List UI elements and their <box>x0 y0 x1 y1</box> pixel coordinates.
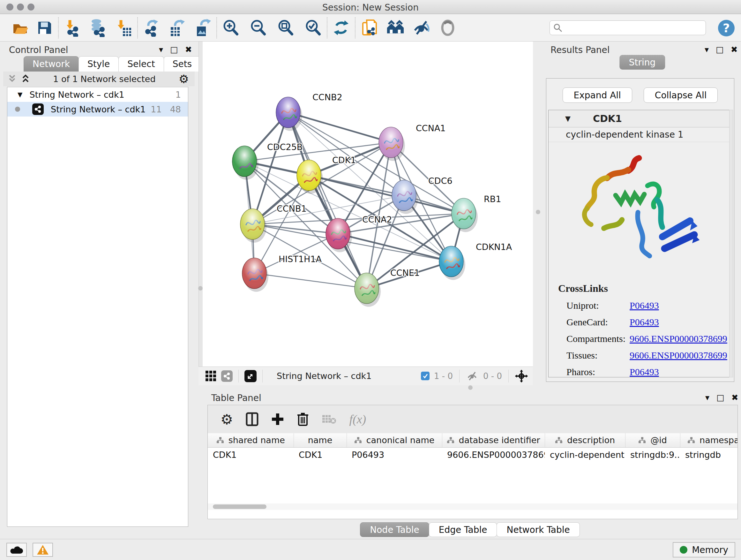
zoom-out-button[interactable] <box>249 18 267 37</box>
node-CCNB2[interactable] <box>276 97 302 131</box>
crosslink-link[interactable]: P06493 <box>630 367 659 377</box>
export-table-button[interactable] <box>168 18 186 37</box>
entry-expander-icon[interactable]: ▼ <box>565 115 570 123</box>
splitter-knob[interactable] <box>198 286 203 291</box>
table-hscrollbar[interactable] <box>208 503 738 510</box>
panel-float-icon[interactable]: □ <box>716 45 724 54</box>
splitter-knob[interactable] <box>536 210 540 214</box>
open-in-browser-icon[interactable] <box>245 370 257 382</box>
panel-menu-icon[interactable]: ▾ <box>159 45 163 54</box>
hide-selected-button[interactable] <box>412 18 431 37</box>
column-header--id[interactable]: @id <box>625 433 680 447</box>
panel-float-icon[interactable]: □ <box>170 45 178 54</box>
warnings-button[interactable] <box>32 543 53 557</box>
show-columns-icon[interactable] <box>246 412 259 426</box>
table-cell[interactable]: CDK1 <box>293 447 347 462</box>
selected-checkbox-icon[interactable] <box>421 372 429 380</box>
crosslink-link[interactable]: P06493 <box>630 317 659 327</box>
panel-close-icon[interactable]: ✖ <box>731 393 738 401</box>
table-cell[interactable]: stringdb:9... <box>625 447 680 462</box>
export-image-button[interactable] <box>193 18 212 37</box>
table-cell[interactable]: P06493 <box>347 447 442 462</box>
crosslink-link[interactable]: 9606.ENSP00000378699 <box>630 333 727 344</box>
crosslink-link[interactable]: P06493 <box>630 300 659 311</box>
column-header-name[interactable]: name <box>293 433 347 447</box>
node-RB1[interactable] <box>452 198 478 232</box>
expand-all-button[interactable]: Expand All <box>562 87 632 103</box>
birds-eye-grid-icon[interactable] <box>205 371 216 381</box>
save-session-button[interactable] <box>35 18 54 37</box>
tab-node-table[interactable]: Node Table <box>360 522 429 537</box>
column-header-description[interactable]: description <box>545 433 625 447</box>
import-table-button[interactable] <box>114 18 133 37</box>
bottom-splitter[interactable] <box>199 385 741 390</box>
table-cell[interactable]: cyclin-dependent ... <box>545 447 625 462</box>
string-query-button[interactable] <box>386 18 405 37</box>
zoom-selected-button[interactable] <box>304 18 322 37</box>
import-network-file-button[interactable] <box>63 18 82 37</box>
column-header-shared-name[interactable]: shared name <box>208 433 293 447</box>
column-header-namespace[interactable]: namespace <box>680 433 738 447</box>
network-options-gear-icon[interactable]: ⚙ <box>179 72 189 85</box>
network-collection-row[interactable]: ▼ String Network – cdk1 1 <box>7 87 188 102</box>
network-row[interactable]: String Network – cdk1 11 48 <box>7 102 188 117</box>
entry-header[interactable]: ▼ CDK1 <box>549 110 729 127</box>
node-CCNA2[interactable] <box>326 219 352 252</box>
left-splitter[interactable] <box>199 42 203 385</box>
clone-network-button[interactable] <box>360 18 379 37</box>
delete-column-icon[interactable] <box>297 412 309 427</box>
panel-menu-icon[interactable]: ▾ <box>704 45 709 54</box>
panel-float-icon[interactable]: □ <box>717 393 724 401</box>
tab-sets[interactable]: Sets <box>164 56 201 71</box>
expand-all-icon[interactable] <box>21 74 30 84</box>
zoom-fit-button[interactable] <box>276 18 295 37</box>
network-canvas[interactable]: CCNB2CCNA1CDC25BCDK1CDC6RB1CCNB1CCNA2CDK… <box>203 42 533 367</box>
string-badge-icon[interactable] <box>221 370 232 382</box>
add-column-icon[interactable] <box>271 413 284 426</box>
table-cell[interactable]: CDK1 <box>208 447 293 462</box>
results-scrollbar[interactable] <box>729 110 733 377</box>
memory-button[interactable]: Memory <box>673 542 735 557</box>
edge-HIST1H1A-CCNE1[interactable] <box>254 273 367 288</box>
zoom-in-button[interactable] <box>221 18 240 37</box>
splitter-knob[interactable] <box>468 385 473 390</box>
cloud-status-button[interactable] <box>6 543 27 557</box>
panel-menu-icon[interactable]: ▾ <box>705 393 710 401</box>
tab-style[interactable]: Style <box>78 56 119 71</box>
search-field[interactable] <box>549 20 706 35</box>
panel-close-icon[interactable]: ✖ <box>731 45 738 54</box>
help-button[interactable]: ? <box>718 20 735 37</box>
tab-select[interactable]: Select <box>118 56 164 71</box>
node-CCNE1[interactable] <box>354 273 381 307</box>
table-cell[interactable]: 9606.ENSP00000378699 <box>442 447 545 462</box>
export-network-button[interactable] <box>142 18 161 37</box>
import-network-database-button[interactable] <box>89 18 107 37</box>
open-session-button[interactable] <box>11 18 29 37</box>
search-input[interactable] <box>562 23 697 33</box>
crosslink-link[interactable]: 9606.ENSP00000378699 <box>630 350 727 361</box>
edge-CCNB2-CCNA1[interactable] <box>288 112 391 142</box>
tab-network-table[interactable]: Network Table <box>496 522 580 537</box>
column-header-database-identifier[interactable]: database identifier <box>442 433 545 447</box>
hidden-eye-icon[interactable] <box>466 371 479 381</box>
collapse-all-icon[interactable] <box>8 74 17 84</box>
show-all-button[interactable] <box>439 18 457 37</box>
column-header-canonical-name[interactable]: canonical name <box>347 433 442 447</box>
tab-network[interactable]: Network <box>23 56 79 71</box>
right-splitter[interactable] <box>533 42 543 385</box>
tab-string[interactable]: String <box>619 55 665 70</box>
fit-content-crosshair-icon[interactable] <box>515 370 528 382</box>
tab-edge-table[interactable]: Edge Table <box>429 522 497 537</box>
tree-expander-icon[interactable]: ▼ <box>17 91 22 98</box>
scrollbar-thumb[interactable] <box>213 504 266 509</box>
table-options-gear-icon[interactable]: ⚙ <box>220 411 233 428</box>
table-row[interactable]: CDK1CDK1P064939606.ENSP00000378699cyclin… <box>208 447 738 462</box>
apply-layout-button[interactable] <box>332 18 350 37</box>
collapse-all-button[interactable]: Collapse All <box>644 87 718 103</box>
edge-CCNA2-HIST1H1A[interactable] <box>254 234 338 273</box>
table-cell[interactable]: stringdb <box>680 447 738 462</box>
node-CDKN1A[interactable] <box>439 246 465 280</box>
panel-close-icon[interactable]: ✖ <box>185 45 192 54</box>
node-HIST1H1A[interactable] <box>242 258 268 292</box>
node-CCNB1[interactable] <box>240 209 266 243</box>
